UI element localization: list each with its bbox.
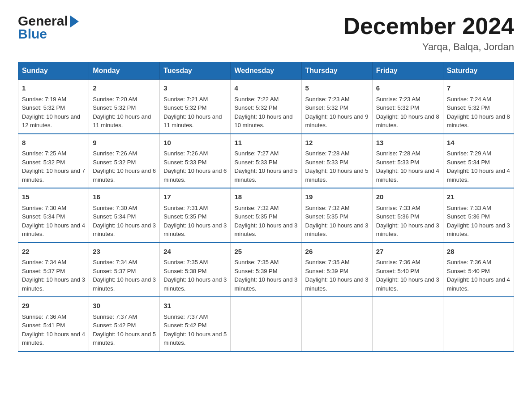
day-number: 1 bbox=[22, 83, 85, 94]
col-tuesday: Tuesday bbox=[160, 62, 231, 80]
sunrise-label: Sunrise: 7:19 AM bbox=[22, 96, 66, 103]
sunset-label: Sunset: 5:41 PM bbox=[22, 322, 65, 329]
table-row: 30Sunrise: 7:37 AMSunset: 5:42 PMDayligh… bbox=[89, 297, 160, 351]
day-number: 30 bbox=[93, 301, 156, 311]
sunrise-label: Sunrise: 7:35 AM bbox=[305, 259, 350, 265]
sunrise-label: Sunrise: 7:21 AM bbox=[163, 96, 208, 103]
table-row: 8Sunrise: 7:25 AMSunset: 5:32 PMDaylight… bbox=[18, 134, 89, 188]
daylight-label: Daylight: 10 hours and 4 minutes. bbox=[447, 167, 510, 183]
sunrise-label: Sunrise: 7:34 AM bbox=[93, 259, 137, 265]
table-row: 24Sunrise: 7:35 AMSunset: 5:38 PMDayligh… bbox=[160, 243, 231, 297]
day-number: 24 bbox=[163, 247, 227, 257]
table-row: 12Sunrise: 7:28 AMSunset: 5:33 PMDayligh… bbox=[301, 134, 372, 188]
logo: General Blue bbox=[18, 13, 79, 42]
sunrise-label: Sunrise: 7:37 AM bbox=[93, 313, 137, 320]
sunrise-label: Sunrise: 7:26 AM bbox=[93, 150, 137, 157]
day-number: 16 bbox=[93, 192, 156, 202]
daylight-label: Daylight: 10 hours and 4 minutes. bbox=[22, 222, 85, 238]
sunset-label: Sunset: 5:32 PM bbox=[234, 104, 277, 111]
table-row: 25Sunrise: 7:35 AMSunset: 5:39 PMDayligh… bbox=[231, 243, 301, 297]
day-number: 8 bbox=[22, 138, 85, 148]
table-row: 4Sunrise: 7:22 AMSunset: 5:32 PMDaylight… bbox=[231, 80, 301, 134]
day-number: 11 bbox=[234, 138, 297, 148]
table-row: 29Sunrise: 7:36 AMSunset: 5:41 PMDayligh… bbox=[18, 297, 89, 351]
sunset-label: Sunset: 5:34 PM bbox=[93, 213, 136, 220]
daylight-label: Daylight: 10 hours and 5 minutes. bbox=[163, 331, 227, 347]
sunrise-label: Sunrise: 7:32 AM bbox=[234, 205, 279, 211]
table-row: 22Sunrise: 7:34 AMSunset: 5:37 PMDayligh… bbox=[18, 243, 89, 297]
col-wednesday: Wednesday bbox=[231, 62, 301, 80]
sunset-label: Sunset: 5:39 PM bbox=[305, 268, 348, 274]
sunset-label: Sunset: 5:35 PM bbox=[163, 213, 206, 220]
sunrise-label: Sunrise: 7:28 AM bbox=[376, 150, 420, 157]
day-number: 31 bbox=[163, 301, 227, 311]
sunrise-label: Sunrise: 7:23 AM bbox=[305, 96, 350, 103]
sunrise-label: Sunrise: 7:29 AM bbox=[447, 150, 491, 157]
day-number: 5 bbox=[305, 83, 369, 94]
sunset-label: Sunset: 5:32 PM bbox=[376, 104, 419, 111]
sunrise-label: Sunrise: 7:36 AM bbox=[376, 259, 420, 265]
sunset-label: Sunset: 5:32 PM bbox=[305, 104, 348, 111]
table-row: 28Sunrise: 7:36 AMSunset: 5:40 PMDayligh… bbox=[443, 243, 514, 297]
daylight-label: Daylight: 10 hours and 8 minutes. bbox=[376, 113, 439, 129]
sunrise-label: Sunrise: 7:24 AM bbox=[447, 96, 491, 103]
daylight-label: Daylight: 10 hours and 3 minutes. bbox=[376, 276, 439, 292]
daylight-label: Daylight: 10 hours and 4 minutes. bbox=[376, 167, 439, 183]
sunrise-label: Sunrise: 7:34 AM bbox=[22, 259, 66, 265]
sunrise-label: Sunrise: 7:23 AM bbox=[376, 96, 420, 103]
page-header: General Blue December 2024 Yarqa, Balqa,… bbox=[18, 13, 514, 53]
sunset-label: Sunset: 5:33 PM bbox=[305, 159, 348, 166]
sunset-label: Sunset: 5:37 PM bbox=[22, 268, 65, 274]
table-row: 7Sunrise: 7:24 AMSunset: 5:32 PMDaylight… bbox=[443, 80, 514, 134]
day-number: 15 bbox=[22, 192, 85, 202]
sunrise-label: Sunrise: 7:35 AM bbox=[163, 259, 208, 265]
logo-blue-text: Blue bbox=[18, 26, 79, 42]
day-number: 28 bbox=[447, 247, 510, 257]
table-row: 31Sunrise: 7:37 AMSunset: 5:42 PMDayligh… bbox=[160, 297, 231, 351]
sunset-label: Sunset: 5:32 PM bbox=[447, 104, 490, 111]
table-row: 19Sunrise: 7:32 AMSunset: 5:35 PMDayligh… bbox=[301, 188, 372, 243]
sunrise-label: Sunrise: 7:36 AM bbox=[22, 313, 66, 320]
day-number: 18 bbox=[234, 192, 297, 202]
calendar-body: 1Sunrise: 7:19 AMSunset: 5:32 PMDaylight… bbox=[18, 80, 514, 351]
daylight-label: Daylight: 10 hours and 12 minutes. bbox=[22, 113, 80, 129]
day-number: 7 bbox=[447, 83, 510, 94]
daylight-label: Daylight: 10 hours and 3 minutes. bbox=[376, 222, 439, 238]
col-sunday: Sunday bbox=[18, 62, 89, 80]
daylight-label: Daylight: 10 hours and 8 minutes. bbox=[447, 113, 510, 129]
sunset-label: Sunset: 5:32 PM bbox=[93, 104, 136, 111]
daylight-label: Daylight: 10 hours and 3 minutes. bbox=[22, 276, 85, 292]
col-thursday: Thursday bbox=[301, 62, 372, 80]
day-number: 22 bbox=[22, 247, 85, 257]
daylight-label: Daylight: 10 hours and 5 minutes. bbox=[234, 167, 297, 183]
sunrise-label: Sunrise: 7:31 AM bbox=[163, 205, 208, 211]
daylight-label: Daylight: 10 hours and 4 minutes. bbox=[447, 276, 510, 292]
table-row bbox=[372, 297, 443, 351]
day-number: 25 bbox=[234, 247, 297, 257]
sunset-label: Sunset: 5:32 PM bbox=[93, 159, 136, 166]
sunset-label: Sunset: 5:32 PM bbox=[22, 159, 65, 166]
day-number: 29 bbox=[22, 301, 85, 311]
sunrise-label: Sunrise: 7:37 AM bbox=[163, 313, 208, 320]
table-row: 18Sunrise: 7:32 AMSunset: 5:35 PMDayligh… bbox=[231, 188, 301, 243]
sunrise-label: Sunrise: 7:33 AM bbox=[447, 205, 491, 211]
table-row: 26Sunrise: 7:35 AMSunset: 5:39 PMDayligh… bbox=[301, 243, 372, 297]
table-row: 10Sunrise: 7:26 AMSunset: 5:33 PMDayligh… bbox=[160, 134, 231, 188]
daylight-label: Daylight: 10 hours and 10 minutes. bbox=[234, 113, 292, 129]
table-row: 6Sunrise: 7:23 AMSunset: 5:32 PMDaylight… bbox=[372, 80, 443, 134]
sunset-label: Sunset: 5:42 PM bbox=[93, 322, 136, 329]
table-row: 21Sunrise: 7:33 AMSunset: 5:36 PMDayligh… bbox=[443, 188, 514, 243]
day-number: 10 bbox=[163, 138, 227, 148]
sunrise-label: Sunrise: 7:30 AM bbox=[93, 205, 137, 211]
table-row bbox=[443, 297, 514, 351]
sunrise-label: Sunrise: 7:32 AM bbox=[305, 205, 350, 211]
table-row: 23Sunrise: 7:34 AMSunset: 5:37 PMDayligh… bbox=[89, 243, 160, 297]
sunset-label: Sunset: 5:33 PM bbox=[163, 159, 206, 166]
calendar-header: Sunday Monday Tuesday Wednesday Thursday… bbox=[18, 62, 514, 80]
table-row: 14Sunrise: 7:29 AMSunset: 5:34 PMDayligh… bbox=[443, 134, 514, 188]
day-number: 9 bbox=[93, 138, 156, 148]
daylight-label: Daylight: 10 hours and 3 minutes. bbox=[163, 222, 227, 238]
sunrise-label: Sunrise: 7:20 AM bbox=[93, 96, 137, 103]
sunset-label: Sunset: 5:36 PM bbox=[376, 213, 419, 220]
day-number: 2 bbox=[93, 83, 156, 94]
